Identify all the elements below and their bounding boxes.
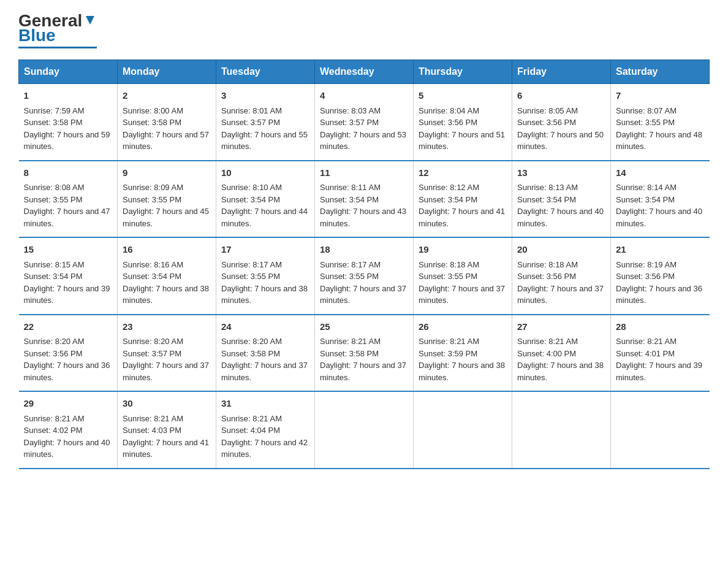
calendar-week-4: 22Sunrise: 8:20 AMSunset: 3:56 PMDayligh… [19,315,710,392]
day-info: Sunrise: 8:05 AMSunset: 3:56 PMDaylight:… [517,106,604,151]
day-number: 15 [24,243,113,257]
day-info: Sunrise: 8:21 AMSunset: 4:04 PMDaylight:… [221,414,308,459]
logo-triangle-icon [83,13,97,27]
calendar-cell: 11Sunrise: 8:11 AMSunset: 3:54 PMDayligh… [315,161,414,238]
calendar-table: SundayMondayTuesdayWednesdayThursdayFrid… [18,59,710,469]
day-number: 14 [616,166,705,180]
day-info: Sunrise: 8:20 AMSunset: 3:56 PMDaylight:… [24,337,110,382]
calendar-cell [611,391,710,469]
day-number: 9 [123,166,211,180]
calendar-cell: 7Sunrise: 8:07 AMSunset: 3:55 PMDaylight… [611,84,710,161]
day-info: Sunrise: 8:19 AMSunset: 3:56 PMDaylight:… [616,260,702,305]
day-number: 24 [221,320,309,334]
day-number: 7 [616,89,705,103]
calendar-cell: 22Sunrise: 8:20 AMSunset: 3:56 PMDayligh… [19,315,118,392]
calendar-cell: 24Sunrise: 8:20 AMSunset: 3:58 PMDayligh… [216,315,315,392]
weekday-header-sunday: Sunday [19,60,118,84]
day-info: Sunrise: 8:15 AMSunset: 3:54 PMDaylight:… [24,260,110,305]
calendar-cell: 12Sunrise: 8:12 AMSunset: 3:54 PMDayligh… [414,161,512,238]
day-number: 1 [24,89,113,103]
day-info: Sunrise: 8:18 AMSunset: 3:56 PMDaylight:… [517,260,604,305]
calendar-cell: 21Sunrise: 8:19 AMSunset: 3:56 PMDayligh… [611,237,710,315]
day-number: 20 [517,243,605,257]
weekday-header-wednesday: Wednesday [315,60,414,84]
calendar-cell: 3Sunrise: 8:01 AMSunset: 3:57 PMDaylight… [216,84,315,161]
weekday-header-tuesday: Tuesday [216,60,315,84]
logo: General Blue [18,12,97,48]
day-number: 18 [320,243,408,257]
day-number: 2 [123,89,211,103]
day-number: 10 [221,166,309,180]
day-info: Sunrise: 8:04 AMSunset: 3:56 PMDaylight:… [419,106,505,151]
calendar-cell: 17Sunrise: 8:17 AMSunset: 3:55 PMDayligh… [216,237,315,315]
calendar-cell: 1Sunrise: 7:59 AMSunset: 3:58 PMDaylight… [19,84,118,161]
weekday-header-saturday: Saturday [611,60,710,84]
calendar-cell: 2Sunrise: 8:00 AMSunset: 3:58 PMDaylight… [118,84,216,161]
calendar-cell: 26Sunrise: 8:21 AMSunset: 3:59 PMDayligh… [414,315,512,392]
day-number: 26 [419,320,507,334]
calendar-cell: 10Sunrise: 8:10 AMSunset: 3:54 PMDayligh… [216,161,315,238]
day-info: Sunrise: 8:21 AMSunset: 3:58 PMDaylight:… [320,337,406,382]
day-info: Sunrise: 8:08 AMSunset: 3:55 PMDaylight:… [24,183,110,228]
day-info: Sunrise: 8:17 AMSunset: 3:55 PMDaylight:… [320,260,406,305]
day-number: 23 [123,320,211,334]
day-info: Sunrise: 8:21 AMSunset: 3:59 PMDaylight:… [419,337,505,382]
day-number: 22 [24,320,113,334]
calendar-header-row: SundayMondayTuesdayWednesdayThursdayFrid… [19,60,710,84]
svg-marker-0 [86,16,94,25]
calendar-cell: 13Sunrise: 8:13 AMSunset: 3:54 PMDayligh… [512,161,611,238]
calendar-cell: 15Sunrise: 8:15 AMSunset: 3:54 PMDayligh… [19,237,118,315]
calendar-cell [414,391,512,469]
calendar-cell [315,391,414,469]
calendar-cell: 14Sunrise: 8:14 AMSunset: 3:54 PMDayligh… [611,161,710,238]
day-info: Sunrise: 8:20 AMSunset: 3:58 PMDaylight:… [221,337,308,382]
day-number: 30 [123,397,211,411]
day-info: Sunrise: 8:20 AMSunset: 3:57 PMDaylight:… [123,337,209,382]
calendar-cell: 25Sunrise: 8:21 AMSunset: 3:58 PMDayligh… [315,315,414,392]
day-info: Sunrise: 8:01 AMSunset: 3:57 PMDaylight:… [221,106,308,151]
calendar-cell: 23Sunrise: 8:20 AMSunset: 3:57 PMDayligh… [118,315,216,392]
day-info: Sunrise: 8:21 AMSunset: 4:03 PMDaylight:… [123,414,209,459]
calendar-cell: 27Sunrise: 8:21 AMSunset: 4:00 PMDayligh… [512,315,611,392]
day-info: Sunrise: 8:09 AMSunset: 3:55 PMDaylight:… [123,183,209,228]
day-info: Sunrise: 8:21 AMSunset: 4:02 PMDaylight:… [24,414,110,459]
day-number: 11 [320,166,408,180]
day-info: Sunrise: 8:00 AMSunset: 3:58 PMDaylight:… [123,106,209,151]
day-number: 29 [24,397,113,411]
day-number: 16 [123,243,211,257]
day-info: Sunrise: 8:21 AMSunset: 4:01 PMDaylight:… [616,337,702,382]
calendar-cell: 20Sunrise: 8:18 AMSunset: 3:56 PMDayligh… [512,237,611,315]
day-info: Sunrise: 8:18 AMSunset: 3:55 PMDaylight:… [419,260,505,305]
calendar-cell: 29Sunrise: 8:21 AMSunset: 4:02 PMDayligh… [19,391,118,469]
calendar-cell: 4Sunrise: 8:03 AMSunset: 3:57 PMDaylight… [315,84,414,161]
day-info: Sunrise: 8:14 AMSunset: 3:54 PMDaylight:… [616,183,702,228]
day-number: 17 [221,243,309,257]
logo-blue: Blue [18,27,56,44]
day-info: Sunrise: 8:07 AMSunset: 3:55 PMDaylight:… [616,106,702,151]
day-number: 13 [517,166,605,180]
day-number: 27 [517,320,605,334]
weekday-header-thursday: Thursday [414,60,512,84]
day-number: 8 [24,166,113,180]
day-info: Sunrise: 7:59 AMSunset: 3:58 PMDaylight:… [24,106,110,151]
calendar-cell [512,391,611,469]
day-number: 5 [419,89,507,103]
day-number: 6 [517,89,605,103]
day-number: 25 [320,320,408,334]
day-number: 12 [419,166,507,180]
day-number: 3 [221,89,309,103]
weekday-header-monday: Monday [118,60,216,84]
day-info: Sunrise: 8:10 AMSunset: 3:54 PMDaylight:… [221,183,308,228]
day-number: 31 [221,397,309,411]
calendar-week-2: 8Sunrise: 8:08 AMSunset: 3:55 PMDaylight… [19,161,710,238]
day-info: Sunrise: 8:03 AMSunset: 3:57 PMDaylight:… [320,106,406,151]
calendar-week-5: 29Sunrise: 8:21 AMSunset: 4:02 PMDayligh… [19,391,710,469]
day-info: Sunrise: 8:17 AMSunset: 3:55 PMDaylight:… [221,260,308,305]
day-info: Sunrise: 8:13 AMSunset: 3:54 PMDaylight:… [517,183,604,228]
day-info: Sunrise: 8:11 AMSunset: 3:54 PMDaylight:… [320,183,406,228]
page-header: General Blue [18,12,710,48]
logo-underline [18,47,97,48]
calendar-cell: 8Sunrise: 8:08 AMSunset: 3:55 PMDaylight… [19,161,118,238]
day-info: Sunrise: 8:16 AMSunset: 3:54 PMDaylight:… [123,260,209,305]
calendar-cell: 16Sunrise: 8:16 AMSunset: 3:54 PMDayligh… [118,237,216,315]
